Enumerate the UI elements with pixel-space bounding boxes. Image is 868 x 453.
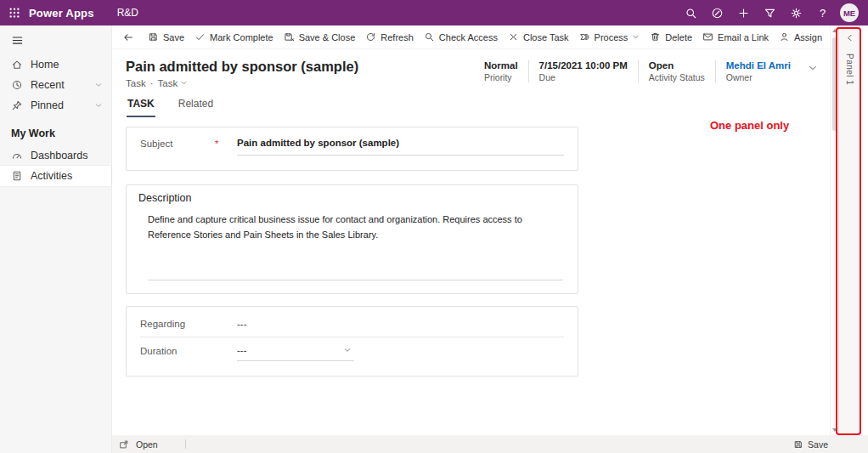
filter-button[interactable] xyxy=(757,0,783,25)
description-input[interactable]: Define and capture critical business iss… xyxy=(148,212,559,242)
footer-save-button[interactable]: Save xyxy=(793,439,828,450)
command-label: Save & Close xyxy=(299,32,356,42)
trash-icon xyxy=(650,31,661,42)
process-flow-icon xyxy=(579,31,590,42)
topbar-actions: ? ME xyxy=(678,0,868,25)
duration-value: --- xyxy=(237,345,247,355)
hamburger-icon xyxy=(11,34,24,47)
home-icon xyxy=(11,59,23,71)
sidebar-item-activities[interactable]: Activities xyxy=(0,166,111,186)
mark-complete-command[interactable]: Mark Complete xyxy=(189,26,279,48)
sidebar-item-dashboards[interactable]: Dashboards xyxy=(0,145,111,166)
panel-tab-title[interactable]: Panel 1 xyxy=(845,54,854,85)
subject-label: Subject xyxy=(140,139,215,152)
scroll-down-arrow[interactable] xyxy=(832,428,837,432)
magnifier-icon xyxy=(424,31,435,42)
check-access-command[interactable]: Check Access xyxy=(419,26,503,48)
save-close-icon xyxy=(284,31,295,42)
add-button[interactable] xyxy=(730,0,757,25)
sidebar-item-recent[interactable]: Recent xyxy=(0,75,111,95)
form-name: Task xyxy=(158,78,178,88)
sitemap-collapse-button[interactable] xyxy=(0,25,111,54)
command-bar: Save Mark Complete Save & Close xyxy=(112,25,830,49)
scrollbar-thumb[interactable] xyxy=(832,37,837,131)
filter-icon xyxy=(764,7,776,20)
delete-command[interactable]: Delete xyxy=(645,26,697,48)
footer-divider xyxy=(185,439,186,449)
app-launcher-button[interactable] xyxy=(0,0,29,25)
command-label: Delete xyxy=(665,32,692,42)
help-button[interactable]: ? xyxy=(809,0,836,25)
save-and-close-command[interactable]: Save & Close xyxy=(279,26,361,48)
chevron-down-icon xyxy=(180,79,188,87)
search-button[interactable] xyxy=(678,0,704,25)
tab-task[interactable]: TASK xyxy=(127,96,155,117)
record-type: Task xyxy=(126,78,146,88)
required-marker: * xyxy=(215,139,237,152)
duration-dropdown[interactable]: --- xyxy=(237,341,354,361)
assign-command[interactable]: Assign xyxy=(774,26,827,48)
person-icon xyxy=(779,31,790,42)
field-label: Owner xyxy=(726,72,791,82)
gauge-icon xyxy=(11,150,23,161)
back-button[interactable] xyxy=(114,26,143,48)
sidebar-item-home[interactable]: Home xyxy=(0,54,111,75)
regarding-field-row: Regarding --- xyxy=(140,311,564,337)
subject-field-row: Subject * Pain admitted by sponsor (samp… xyxy=(140,135,564,156)
command-label: Assign xyxy=(794,32,822,42)
chevron-down-icon xyxy=(343,346,352,354)
close-task-command[interactable]: Close Task xyxy=(503,26,574,48)
account-avatar[interactable]: ME xyxy=(840,3,859,22)
settings-button[interactable] xyxy=(783,0,809,25)
back-arrow-icon xyxy=(122,31,134,43)
subject-section: Subject * Pain admitted by sponsor (samp… xyxy=(126,127,578,171)
popout-icon[interactable] xyxy=(119,439,129,450)
environment-picker[interactable]: R&D xyxy=(117,7,138,19)
header-field-due: 7/15/2021 10:00 PM Due xyxy=(528,60,638,82)
panel-expand-button[interactable] xyxy=(845,33,854,42)
refresh-icon xyxy=(365,31,376,42)
chevron-down-icon xyxy=(94,101,103,110)
sidebar-item-pinned[interactable]: Pinned xyxy=(0,95,111,116)
power-apps-window: Power Apps R&D xyxy=(0,0,868,453)
sidebar-item-label: Recent xyxy=(31,79,65,91)
header-expand-button[interactable] xyxy=(808,63,818,73)
clock-icon xyxy=(11,79,23,91)
record-subtitle: Task · Task xyxy=(126,78,358,88)
regarding-lookup[interactable]: --- xyxy=(237,319,247,329)
check-icon xyxy=(194,31,206,42)
field-label: Priority xyxy=(484,72,518,82)
owner-link[interactable]: Mehdi El Amri xyxy=(726,60,791,71)
save-icon xyxy=(148,31,159,42)
scroll-up-arrow[interactable] xyxy=(832,29,837,32)
status-left: Open xyxy=(119,439,186,450)
process-command[interactable]: Process xyxy=(574,26,645,48)
email-link-command[interactable]: Email a Link xyxy=(697,26,774,48)
search-icon xyxy=(685,7,697,20)
pin-icon xyxy=(11,99,23,111)
save-command[interactable]: Save xyxy=(143,26,189,48)
duration-field-row: Duration --- xyxy=(140,337,564,364)
header-fields: Normal Priority 7/15/2021 10:00 PM Due O… xyxy=(474,59,801,82)
tab-related[interactable]: Related xyxy=(178,96,214,117)
refresh-command[interactable]: Refresh xyxy=(360,26,419,48)
field-value: Normal xyxy=(484,60,518,71)
clipboard-icon xyxy=(11,170,23,182)
command-label: Save xyxy=(163,32,184,42)
command-label: Refresh xyxy=(380,32,414,42)
status-bar: Open Save xyxy=(112,435,868,453)
header-field-activity-status: Open Activity Status xyxy=(638,60,715,82)
vertical-scrollbar[interactable] xyxy=(830,25,838,435)
description-section-title: Description xyxy=(138,192,566,204)
sidebar-item-label: Home xyxy=(31,59,59,71)
sidebar-item-label: Activities xyxy=(31,170,72,182)
sidebar-group-label: My Work xyxy=(0,116,111,145)
chevron-left-icon xyxy=(845,33,854,42)
form-selector[interactable]: Task xyxy=(158,78,189,88)
duration-label: Duration xyxy=(140,346,237,356)
record-content: Save Mark Complete Save & Close xyxy=(112,25,830,435)
header-field-owner: Mehdi El Amri Owner xyxy=(715,60,801,82)
edit-environment-button[interactable] xyxy=(704,0,730,25)
subject-input[interactable]: Pain admitted by sponsor (sample) xyxy=(237,135,564,156)
details-section: Regarding --- Duration --- xyxy=(126,306,578,377)
